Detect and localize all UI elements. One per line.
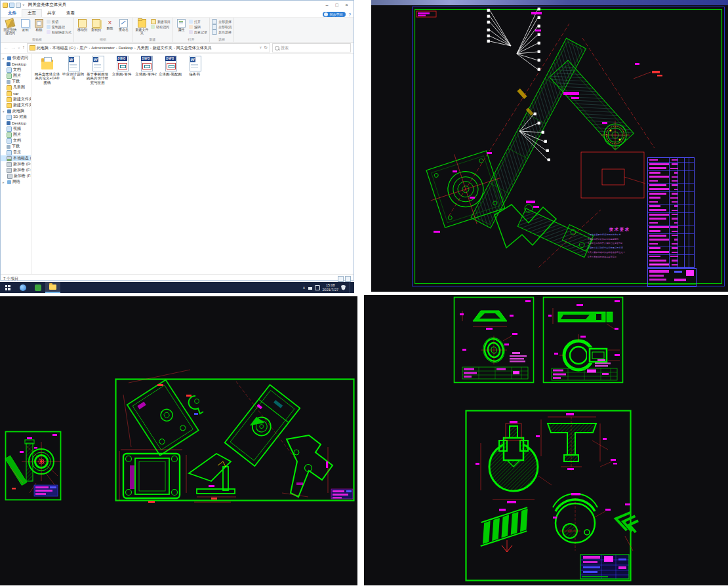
cut-button[interactable]: 剪切	[47, 19, 71, 24]
pin-quick-access-button[interactable]: 固定到快速访问	[3, 18, 18, 35]
file-explorer-icon	[49, 284, 56, 290]
select-all-button[interactable]: 全部选择	[212, 19, 232, 24]
recent-dropdown-icon[interactable]: ∨	[18, 47, 20, 50]
address-dropdown-icon[interactable]: ∨	[259, 45, 262, 50]
hook-part	[189, 396, 203, 414]
network-icon[interactable]	[308, 286, 312, 290]
file-item-dwg-part[interactable]: DWG 立体图-零件	[110, 56, 134, 85]
cad-window-titlebar-strip	[371, 0, 728, 5]
qat-properties-icon[interactable]	[9, 3, 14, 8]
sidebar-item-var[interactable]: var	[1, 90, 31, 96]
breadcrumb-desktop[interactable]: Desktop	[119, 46, 133, 50]
sidebar-item-videos[interactable]: 视频	[1, 126, 31, 132]
copy-path-button[interactable]: 复制路径	[47, 24, 71, 29]
properties-button[interactable]: 属性	[175, 18, 188, 31]
invert-selection-button[interactable]: 反向选择	[212, 29, 232, 35]
assembly-exploded-view	[419, 38, 634, 257]
breadcrumb-users[interactable]: 用户	[79, 45, 87, 51]
address-bar[interactable]: 此电脑› 本地磁盘 (C:)› 用户› Administrator› Deskt…	[27, 43, 270, 52]
search-box[interactable]: 搜索	[272, 43, 351, 52]
close-button[interactable]: ×	[342, 1, 352, 9]
edit-button[interactable]: 编辑	[189, 24, 207, 29]
tab-home[interactable]: 主页	[22, 9, 42, 17]
easy-access-button[interactable]: 轻松访问	[151, 24, 171, 29]
new-item-button[interactable]: 新建项目	[151, 19, 171, 24]
sidebar-item-folder-fanmeitu[interactable]: 凡美图	[1, 85, 31, 90]
tab-file[interactable]: 文件	[3, 10, 22, 17]
breadcrumb-folder1[interactable]: 凡美图	[137, 45, 149, 51]
open-button[interactable]: 打开	[189, 19, 207, 24]
item-count: 7 个项目	[3, 276, 18, 282]
taskbar-browser-button[interactable]	[15, 282, 30, 293]
sidebar-item-pc-downloads[interactable]: 下载	[1, 144, 31, 149]
qat-dropdown-icon[interactable]: ∨	[22, 3, 25, 7]
breadcrumb-current[interactable]: 网关盒壳体立体夹具	[176, 45, 212, 51]
breadcrumb-administrator[interactable]: Administrator	[91, 46, 114, 50]
sidebar-item-drive-f2[interactable]: 新加卷 (F:)	[1, 173, 31, 179]
copy-to-button[interactable]: 复制到	[90, 18, 102, 31]
sidebar-item-downloads[interactable]: 下载	[1, 79, 31, 85]
taskbar-clock[interactable]: 15:08 2021/7/27	[323, 283, 338, 292]
sidebar-item-pc-pictures[interactable]: 图片	[1, 132, 31, 138]
group-label-new: 新建	[134, 37, 171, 42]
sidebar-item-pc-desktop[interactable]: Desktop	[1, 120, 31, 126]
breadcrumb-this-pc[interactable]: 此电脑	[37, 45, 49, 51]
cam-view	[553, 493, 611, 551]
file-item-thesis[interactable]: W 毕业设计说明书	[61, 56, 85, 85]
history-button[interactable]: 历史记录	[189, 29, 207, 35]
paste-shortcut-button[interactable]: 粘贴快捷方式	[47, 29, 71, 35]
maximize-button[interactable]: □	[332, 1, 342, 9]
move-to-button[interactable]: 移动到	[76, 18, 89, 31]
sidebar-this-pc[interactable]: ▾此电脑	[1, 108, 31, 114]
sidebar-item-drive-f[interactable]: 新加卷 (F:)	[1, 167, 31, 173]
tray-chevron-icon[interactable]: ∧	[302, 285, 305, 290]
details-view-icon[interactable]	[338, 276, 344, 282]
sidebar-item-3d-objects[interactable]: 3D 对象	[1, 114, 31, 120]
new-folder-button[interactable]: 新建文件夹	[134, 18, 150, 35]
ribbon-group-clipboard: 固定到快速访问 复制 粘贴 剪切 复制路径	[1, 18, 74, 42]
rename-button[interactable]: 重命名	[117, 18, 130, 31]
tab-view[interactable]: 查看	[61, 10, 80, 17]
file-item-task[interactable]: W 任务书	[182, 56, 207, 85]
notification-center-icon[interactable]	[341, 285, 346, 290]
file-item-research[interactable]: W 基于事例推理的夹具设计研究与应用	[85, 56, 110, 85]
breadcrumb-folder2[interactable]: 新建文件夹	[153, 45, 172, 51]
thumbnails-view-icon[interactable]	[345, 276, 351, 282]
refresh-icon[interactable]: ↻	[264, 45, 268, 50]
sidebar-item-network[interactable]: ▸网络	[1, 179, 31, 185]
up-button[interactable]: ↑	[22, 45, 25, 50]
taskbar-explorer-button[interactable]	[45, 282, 60, 293]
sidebar-item-newfolder2[interactable]: 新建文件夹 (2)	[1, 102, 31, 108]
minimize-button[interactable]: –	[322, 1, 332, 9]
qat-newfolder-icon[interactable]	[16, 3, 21, 8]
volume-icon[interactable]	[315, 285, 320, 290]
file-item-dwg-part2[interactable]: DWG 立体图-零件2	[134, 56, 158, 85]
file-item-archive[interactable]: 网关盒壳体立体夹具论文+CAD图纸	[33, 56, 61, 85]
cad-parts-quadrant-left	[0, 296, 357, 585]
sidebar-item-drive-c[interactable]: 本地磁盘 (C:)	[1, 155, 31, 161]
tab-share[interactable]: 共享	[42, 10, 61, 17]
back-button[interactable]: ←	[3, 45, 9, 50]
sidebar-item-pc-documents[interactable]: 文档	[1, 138, 31, 144]
sidebar-item-newfolder[interactable]: 新建文件夹	[1, 96, 31, 102]
help-icon[interactable]: ?	[348, 12, 351, 17]
sidebar-item-documents[interactable]: 文档	[1, 67, 31, 73]
show-desktop-button[interactable]	[350, 282, 352, 293]
forward-button[interactable]: →	[10, 45, 16, 50]
taskbar-office-button[interactable]	[30, 282, 45, 293]
sidebar-quick-access[interactable]: ▸快速访问	[1, 55, 31, 61]
sidebar-item-music[interactable]: 音乐	[1, 149, 31, 155]
select-none-button[interactable]: 全部取消	[212, 24, 232, 29]
file-item-dwg-assembly[interactable]: DWG 立体图-装配图	[158, 56, 182, 85]
cloud-icon	[324, 12, 328, 16]
tilted-plate	[127, 380, 199, 455]
sidebar-item-desktop[interactable]: Desktop	[1, 61, 31, 67]
start-button[interactable]	[0, 282, 15, 293]
sidebar-item-drive-d[interactable]: 新加卷 (D:)	[1, 161, 31, 167]
breadcrumb-drive-c[interactable]: 本地磁盘 (C:)	[52, 45, 76, 51]
copy-button[interactable]: 复制	[19, 18, 31, 31]
delete-button[interactable]: × 删除	[104, 18, 116, 30]
cloud-sync-badge[interactable]: 同步空间	[323, 12, 346, 17]
paste-button[interactable]: 粘贴	[33, 18, 45, 31]
sidebar-item-pictures[interactable]: 图片	[1, 73, 31, 79]
